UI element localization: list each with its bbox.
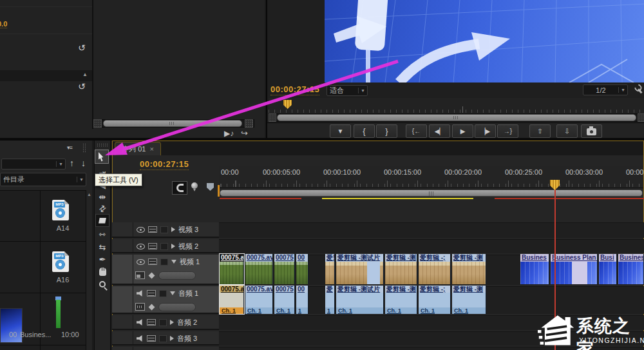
selection-tool[interactable] — [95, 150, 109, 164]
tab-close-icon[interactable]: × — [149, 145, 153, 153]
timeline-clip-audio[interactable]: 爱1 — [325, 286, 335, 314]
track-lane-video-2[interactable] — [219, 239, 644, 253]
media-item-business[interactable]: Busines... 10:00 — [41, 294, 85, 345]
monitor-zoom-select[interactable]: 适合 ▾ — [327, 85, 368, 96]
timeline-clip-video[interactable]: Busines — [618, 254, 644, 284]
effect-value[interactable]: 0.0 — [0, 20, 7, 28]
reset-effect-button[interactable]: ↺ — [78, 43, 86, 53]
toggle-output-eye-icon[interactable] — [137, 227, 145, 233]
navigate-up-button[interactable]: ↑ — [70, 158, 74, 168]
track-header-audio6[interactable]: 音频 3 — [112, 331, 219, 345]
loop-button[interactable]: ↪ — [241, 128, 248, 138]
panel-grip-icon[interactable] — [97, 143, 108, 148]
toggle-output-eye-icon[interactable] — [137, 259, 145, 265]
timeline-ruler[interactable]: 00:0000:00:05:0000:00:10:0000:00:15:0000… — [219, 166, 643, 188]
set-marker-button[interactable] — [207, 183, 214, 191]
monitor-resolution-select[interactable]: 1/2 ▾ — [583, 84, 628, 95]
track-slider[interactable] — [158, 271, 196, 280]
slip-tool[interactable]: ⇿ — [94, 228, 111, 240]
track-collapse-collapsed-icon[interactable] — [170, 320, 174, 325]
scrollbar-endcap[interactable] — [245, 119, 253, 128]
scroll-up-icon[interactable]: ▲ — [86, 192, 92, 197]
lift-button[interactable]: ⇧ — [529, 124, 551, 138]
go-to-in-button[interactable]: {← — [406, 124, 427, 138]
effect-hscroll-thumb[interactable] — [103, 120, 242, 127]
track-header-video1[interactable]: 视频 3 — [112, 222, 219, 238]
keyframe-diamond-icon[interactable] — [149, 304, 155, 310]
panel-grip-icon[interactable] — [82, 143, 86, 152]
track-lock-toggle[interactable] — [159, 290, 167, 297]
toggle-output-speaker-icon[interactable] — [137, 335, 144, 342]
sync-lock-icon[interactable] — [147, 290, 156, 297]
work-area-grip[interactable] — [429, 191, 435, 196]
track-slider[interactable] — [158, 303, 196, 311]
timeline-clip-audio[interactable]: 爱剪辑 -;Ch. 1 — [419, 286, 451, 314]
timeline-clip-video[interactable]: Busi — [599, 254, 617, 284]
track-lock-toggle[interactable] — [160, 243, 168, 250]
monitor-settings-wrench-icon[interactable] — [634, 84, 643, 94]
monitor-timecode[interactable]: 00:00:27:15 — [270, 84, 319, 95]
panel-menu-icon[interactable]: ▾≡ — [67, 144, 72, 151]
track-lane-video-3[interactable] — [219, 222, 644, 238]
timeline-clip-video[interactable]: 爱剪辑 -; — [419, 254, 451, 284]
monitor-mini-ruler[interactable] — [269, 98, 644, 113]
timeline-clip-video[interactable]: Busines — [520, 254, 549, 284]
timeline-clip-audio[interactable]: 00075Ch. 1 — [274, 286, 295, 314]
toggle-output-eye-icon[interactable] — [137, 244, 145, 249]
work-area-start-handle[interactable] — [218, 185, 220, 197]
track-header-audio7[interactable]: 音频 4 — [112, 347, 219, 350]
waveform-style-icon[interactable] — [135, 303, 145, 311]
display-style-icon[interactable] — [135, 271, 145, 279]
project-vscrollbar[interactable]: ▲ — [86, 190, 92, 350]
razor-tool[interactable] — [95, 214, 109, 227]
work-area-bar[interactable] — [220, 190, 643, 197]
scrollbar-endcap[interactable] — [93, 119, 102, 128]
timeline-timecode[interactable]: 00:00:27:15 — [140, 159, 189, 170]
track-header-video3[interactable]: 视频 1 — [112, 255, 219, 285]
sync-lock-icon[interactable] — [148, 258, 157, 265]
timeline-clip-audio[interactable]: 00075.aCh. 1 — [220, 286, 244, 314]
timeline-clip-video[interactable]: 00 — [296, 254, 308, 284]
sync-lock-icon[interactable] — [148, 226, 157, 233]
toggle-output-speaker-icon[interactable] — [137, 290, 144, 297]
timeline-clip-video[interactable]: 00075.a — [220, 254, 244, 284]
timeline-clip-video[interactable]: 00075.av — [245, 254, 273, 284]
track-collapse-collapsed-icon[interactable] — [171, 244, 175, 249]
timeline-clip-video[interactable]: 爱剪辑 -测试片 — [336, 254, 384, 284]
zoom-tool[interactable] — [94, 278, 111, 290]
collapse-arrow-icon[interactable]: ▲ — [82, 72, 88, 77]
track-header-audio4[interactable]: 音频 1 — [112, 286, 219, 314]
timeline-clip-audio[interactable]: 00075.avCh. 1 — [245, 286, 273, 314]
pen-tool[interactable]: ✒ — [94, 253, 111, 266]
mark-out-button[interactable]: } — [376, 124, 397, 138]
timeline-clip-audio[interactable]: 爱剪辑 -测试片Ch. 1 — [336, 286, 384, 314]
track-collapse-expanded-icon[interactable] — [171, 260, 176, 264]
monitor-playhead[interactable] — [283, 100, 292, 109]
scrollbar-endcap[interactable] — [638, 113, 644, 122]
track-lock-toggle[interactable] — [160, 226, 168, 233]
extract-button[interactable]: ⇩ — [556, 124, 578, 138]
video-preview[interactable] — [325, 0, 644, 83]
sync-lock-icon[interactable] — [147, 335, 156, 342]
track-collapse-collapsed-icon[interactable] — [170, 336, 174, 341]
tab-sequence-01[interactable]: 序列 01 × — [115, 142, 161, 155]
play-audio-button[interactable]: ▶♪ — [224, 129, 234, 138]
media-item-a14[interactable]: MP3 A14 — [41, 191, 85, 241]
directory-select[interactable]: 件目录 ▾ — [0, 173, 86, 186]
track-collapse-collapsed-icon[interactable] — [171, 227, 175, 232]
snap-toggle[interactable] — [172, 181, 187, 195]
navigate-down-button[interactable]: ↓ — [81, 158, 86, 168]
track-lock-toggle[interactable] — [160, 258, 168, 266]
monitor-hscroll-thumb[interactable] — [277, 114, 636, 121]
track-header-audio5[interactable]: 音频 2 — [112, 315, 219, 330]
timeline-clip-audio[interactable]: 001 — [296, 286, 308, 314]
step-back-button[interactable]: ◀▏ — [429, 124, 450, 138]
toggle-output-speaker-icon[interactable] — [137, 319, 144, 326]
timeline-clip-video[interactable]: 爱剪辑 -测 — [385, 254, 417, 284]
slide-tool[interactable]: ⇆ — [94, 241, 111, 253]
media-item-a16[interactable]: MP3 A16 — [41, 242, 85, 293]
play-button[interactable]: ▶ — [452, 124, 473, 138]
set-encore-marker-button[interactable] — [191, 182, 198, 189]
timeline-clip-audio[interactable]: 爱剪辑 -测Ch. 1 — [452, 286, 486, 314]
export-frame-button[interactable] — [581, 124, 602, 138]
